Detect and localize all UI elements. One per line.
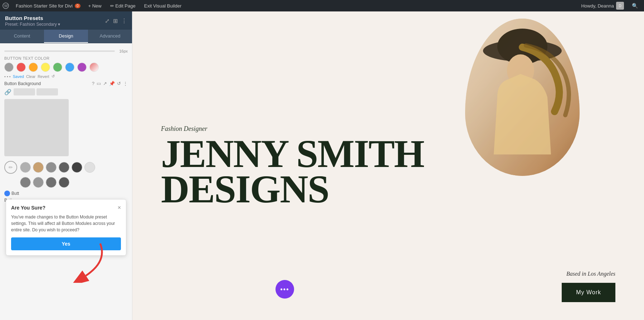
color-preview-box <box>4 99 69 156</box>
link-off-icon[interactable]: 🔗 <box>4 89 11 95</box>
circle-mid2[interactable] <box>33 177 44 188</box>
hero-text: Fashion Designer JENNY SMITH DESIGNS <box>161 125 424 207</box>
tab-advanced[interactable]: Advanced <box>88 30 132 43</box>
tab-content[interactable]: Content <box>0 30 44 43</box>
circle-mid1[interactable] <box>20 177 31 188</box>
button-background-row: Button Background ? ▭ ↗ 📌 ↺ ⋮ <box>4 81 128 86</box>
swatch-gray[interactable] <box>4 63 14 72</box>
maximize-icon[interactable]: ⤢ <box>105 18 109 24</box>
saved-label[interactable]: Saved <box>13 74 24 79</box>
circle-tan[interactable] <box>33 162 44 173</box>
question-icon[interactable]: ? <box>92 81 94 86</box>
second-circles-row <box>20 177 128 188</box>
range-slider[interactable] <box>4 50 115 52</box>
clear-label[interactable]: Clear <box>26 74 35 79</box>
admin-bar-items: + New ✏ Edit Page Exit Visual Builder <box>85 0 185 11</box>
circle-dark-gray[interactable] <box>59 162 69 173</box>
reset-icon[interactable]: ↺ <box>52 74 55 79</box>
swatch-pink[interactable] <box>89 63 99 72</box>
comment-count[interactable]: 0 <box>75 4 80 8</box>
more-dots[interactable]: • • • <box>4 74 11 79</box>
bg-row-icons: ? ▭ ↗ 📌 ↺ ⋮ <box>92 81 128 86</box>
panel-header: Button Presets Preset: Fashion Secondary… <box>0 11 132 30</box>
wp-admin-bar: W Fashion Starter Site for Divi 0 + New … <box>0 0 644 11</box>
butt-partial-row1: Butt <box>4 191 128 196</box>
based-in-text: Based in Los Angeles <box>566 271 615 277</box>
circle-gray2[interactable] <box>46 162 57 173</box>
text-color-swatches <box>4 63 128 72</box>
panel-title: Button Presets <box>5 15 60 21</box>
confirm-yes-button[interactable]: Yes <box>11 237 121 250</box>
pin-icon[interactable]: 📌 <box>109 81 115 86</box>
dialog-header: Are You Sure? × <box>11 205 121 211</box>
circle-light-gray[interactable] <box>84 162 95 173</box>
swatch-purple[interactable] <box>77 63 87 72</box>
exit-visual-builder-button[interactable]: Exit Visual Builder <box>141 0 185 11</box>
hero-name: JENNY SMITH DESIGNS <box>161 136 424 207</box>
circle-mid4[interactable] <box>59 177 69 188</box>
wp-logo-icon[interactable]: W <box>0 0 11 11</box>
more-icon[interactable]: ⋮ <box>123 81 128 86</box>
left-panel: Button Presets Preset: Fashion Secondary… <box>0 11 132 320</box>
mobile-icon[interactable]: ▭ <box>97 81 101 86</box>
main-content: Fashion Designer JENNY SMITH DESIGNS Bas… <box>132 11 644 320</box>
top-range-control: 16px <box>4 49 128 53</box>
avatar: D <box>616 2 624 10</box>
confirm-dialog: Are You Sure? × You've made changes to t… <box>6 199 126 256</box>
fashion-designer-label: Fashion Designer <box>161 125 424 132</box>
grid-icon[interactable]: ⊞ <box>113 18 118 24</box>
my-work-button[interactable]: My Work <box>562 283 615 302</box>
purple-dots-button[interactable]: ••• <box>275 280 294 299</box>
tab-design[interactable]: Design <box>44 30 88 43</box>
site-name[interactable]: Fashion Starter Site for Divi 0 <box>11 3 85 9</box>
howdy-text[interactable]: Howdy, Deanna D <box>577 2 628 10</box>
swatch-orange[interactable] <box>29 63 38 72</box>
circle-mid3[interactable] <box>46 177 57 188</box>
button-text-color-label: Button Text Color <box>4 56 128 60</box>
pencil-icon[interactable]: ✏ <box>4 161 17 174</box>
hero-name-line1: JENNY SMITH <box>161 136 424 171</box>
panel-content: 16px Button Text Color • • • Saved Clear… <box>0 43 132 320</box>
dialog-body: You've made changes to the Button Module… <box>11 214 121 233</box>
panel-tabs: Content Design Advanced <box>0 30 132 43</box>
ellipsis-icon[interactable]: ⋮ <box>121 18 127 24</box>
gradient-circles <box>20 162 95 173</box>
search-icon[interactable]: 🔍 <box>629 0 640 11</box>
swatch-green[interactable] <box>53 63 62 72</box>
close-dialog-icon[interactable]: × <box>118 205 121 211</box>
hero-portrait <box>465 19 580 176</box>
revert-label[interactable]: Revert <box>38 74 49 79</box>
arrow-icon[interactable]: ↗ <box>103 81 107 86</box>
action-row: • • • Saved Clear Revert ↺ <box>4 74 128 79</box>
link-icons-row: 🔗 <box>4 88 128 95</box>
pencil-circles-row: ✏ <box>4 160 128 175</box>
swatch-blue[interactable] <box>65 63 74 72</box>
swatch-yellow[interactable] <box>41 63 50 72</box>
panel-header-icons: ⤢ ⊞ ⋮ <box>105 18 127 24</box>
new-content-button[interactable]: + New <box>85 0 105 11</box>
dialog-title: Are You Sure? <box>11 205 45 211</box>
blue-dot <box>4 191 10 196</box>
undo-icon[interactable]: ↺ <box>117 81 121 86</box>
svg-text:W: W <box>4 4 8 8</box>
circle-darker-gray[interactable] <box>72 162 82 173</box>
admin-bar-right: Howdy, Deanna D 🔍 <box>577 0 644 11</box>
hero-name-line2: DESIGNS <box>161 171 424 207</box>
swatch-red[interactable] <box>16 63 26 72</box>
butt-label1: Butt <box>11 191 19 196</box>
preset-selector[interactable]: Preset: Fashion Secondary ▾ <box>5 22 60 27</box>
button-background-label: Button Background <box>4 81 89 86</box>
edit-page-button[interactable]: ✏ Edit Page <box>107 0 139 11</box>
circle-gray1[interactable] <box>20 162 31 173</box>
